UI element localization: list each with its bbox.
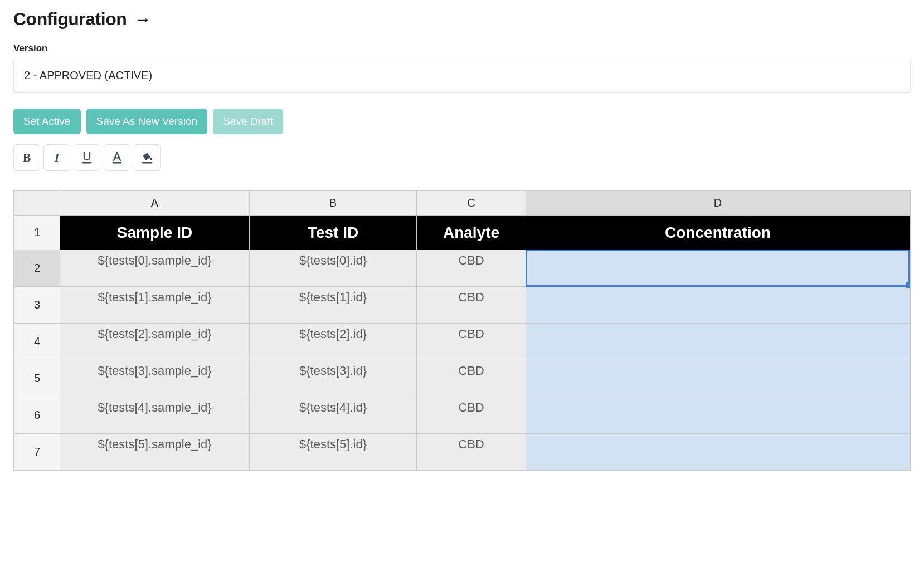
text-color-icon [110, 151, 124, 164]
spreadsheet[interactable]: A B C D 1 Sample ID Test ID Analyte Conc… [13, 190, 911, 471]
cell[interactable]: ${tests[2].id} [250, 324, 417, 360]
arrow-right-icon: → [134, 11, 151, 28]
svg-point-2 [150, 158, 153, 160]
table-row: 2 ${tests[0].sample_id} ${tests[0].id} C… [14, 250, 910, 287]
fill-color-button[interactable] [134, 144, 161, 171]
version-select[interactable]: 2 - APPROVED (ACTIVE) [13, 60, 911, 93]
column-header-d[interactable]: D [526, 191, 910, 216]
cell[interactable]: ${tests[1].sample_id} [60, 287, 250, 324]
cell[interactable] [526, 287, 910, 324]
cell[interactable]: ${tests[0].id} [250, 250, 417, 287]
cell[interactable]: CBD [417, 287, 526, 324]
cell[interactable]: Concentration [526, 216, 910, 250]
cell[interactable]: ${tests[3].id} [250, 360, 417, 397]
version-select-value: 2 - APPROVED (ACTIVE) [24, 69, 152, 81]
row-header-6[interactable]: 6 [14, 397, 60, 434]
column-header-row: A B C D [14, 191, 910, 216]
cell[interactable]: ${tests[4].id} [250, 397, 417, 434]
cell[interactable] [526, 360, 910, 397]
underline-button[interactable] [74, 144, 100, 171]
italic-button[interactable]: I [43, 144, 70, 171]
row-header-7[interactable]: 7 [14, 434, 60, 471]
table-row: 7 ${tests[5].sample_id} ${tests[5].id} C… [14, 434, 910, 471]
underline-icon [80, 151, 94, 164]
table-row: 1 Sample ID Test ID Analyte Concentratio… [14, 216, 910, 250]
save-draft-button: Save Draft [213, 109, 283, 134]
text-color-button[interactable] [104, 144, 130, 171]
cell-selected[interactable] [526, 250, 910, 287]
cell[interactable]: CBD [417, 360, 526, 397]
cell[interactable]: ${tests[0].sample_id} [60, 250, 250, 287]
version-label: Version [13, 43, 911, 54]
table-row: 5 ${tests[3].sample_id} ${tests[3].id} C… [14, 360, 910, 397]
cell[interactable]: ${tests[5].id} [250, 434, 417, 471]
row-header-4[interactable]: 4 [14, 324, 60, 360]
cell[interactable]: Test ID [250, 216, 417, 250]
format-toolbar: B I [13, 144, 911, 171]
fill-color-icon [140, 151, 154, 164]
cell[interactable]: Sample ID [60, 216, 250, 250]
table-row: 4 ${tests[2].sample_id} ${tests[2].id} C… [14, 324, 910, 360]
cell[interactable] [526, 324, 910, 360]
cell[interactable]: CBD [417, 397, 526, 434]
cell[interactable]: CBD [417, 324, 526, 360]
save-as-new-version-button[interactable]: Save As New Version [86, 109, 208, 134]
cell[interactable]: ${tests[5].sample_id} [60, 434, 250, 471]
column-header-c[interactable]: C [417, 191, 526, 216]
cell[interactable]: ${tests[3].sample_id} [60, 360, 250, 397]
cell[interactable]: ${tests[4].sample_id} [60, 397, 250, 434]
cell[interactable] [526, 397, 910, 434]
selection-outline [526, 250, 910, 287]
cell[interactable]: CBD [417, 250, 526, 287]
page-title: Configuration [13, 9, 127, 30]
cell[interactable]: ${tests[2].sample_id} [60, 324, 250, 360]
cell[interactable]: CBD [417, 434, 526, 471]
row-header-1[interactable]: 1 [14, 216, 60, 250]
action-button-row: Set Active Save As New Version Save Draf… [13, 109, 911, 134]
cell[interactable]: ${tests[1].id} [250, 287, 417, 324]
cell[interactable]: Analyte [417, 216, 526, 250]
table-row: 6 ${tests[4].sample_id} ${tests[4].id} C… [14, 397, 910, 434]
select-all-corner[interactable] [14, 191, 60, 216]
cell[interactable] [526, 434, 910, 471]
bold-button[interactable]: B [13, 144, 40, 171]
page-title-row: Configuration → [13, 9, 911, 30]
italic-icon: I [55, 151, 60, 164]
set-active-button[interactable]: Set Active [13, 109, 81, 134]
table-row: 3 ${tests[1].sample_id} ${tests[1].id} C… [14, 287, 910, 324]
row-header-3[interactable]: 3 [14, 287, 60, 324]
bold-icon: B [23, 151, 31, 164]
column-header-a[interactable]: A [60, 191, 250, 216]
row-header-5[interactable]: 5 [14, 360, 60, 397]
row-header-2[interactable]: 2 [14, 250, 60, 287]
column-header-b[interactable]: B [250, 191, 417, 216]
